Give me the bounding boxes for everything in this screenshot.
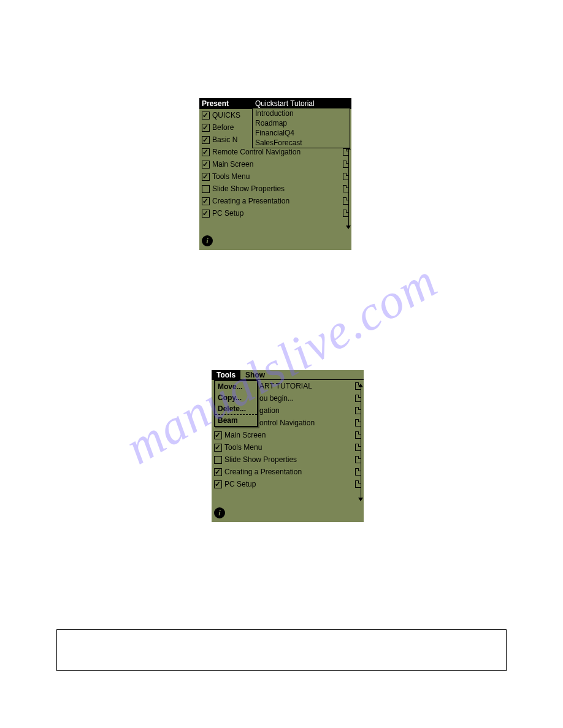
menu-beam[interactable]: Beam — [215, 415, 257, 426]
dropdown-item[interactable]: Introduction — [253, 108, 350, 118]
list-item[interactable]: Creating a Presentation — [199, 195, 351, 207]
scroll-track — [348, 150, 349, 226]
list-item-label: Tools Menu — [212, 172, 340, 181]
palm-screen-1: Present QUICKSBeforeBasic NRemote Contro… — [199, 98, 351, 250]
list-item-label: Slide Show Properties — [212, 184, 340, 193]
checkbox[interactable] — [202, 173, 210, 181]
checkbox[interactable] — [202, 136, 210, 144]
list-item[interactable]: Slide Show Properties — [212, 453, 364, 466]
tools-menu: Move... Copy... Delete... Beam — [214, 380, 258, 427]
list-item[interactable]: Main Screen — [199, 158, 351, 170]
info-icon[interactable]: i — [202, 235, 213, 246]
menu-bar: Tools Show — [212, 370, 364, 380]
menu-copy[interactable]: Copy... — [215, 392, 257, 403]
checkbox[interactable] — [214, 431, 222, 439]
list-item-label: PC Setup — [212, 209, 340, 218]
menu-tools[interactable]: Tools — [212, 370, 240, 379]
scroll-down-arrow[interactable] — [346, 226, 351, 229]
list-item-label: PC Setup — [224, 480, 353, 488]
palm-screen-2: Tools Show ART TUTORIALou begin...gation… — [212, 370, 364, 522]
info-icon[interactable]: i — [214, 507, 225, 518]
list-item-label: ART TUTORIAL — [259, 382, 353, 390]
menu-show[interactable]: Show — [240, 370, 270, 379]
list-item[interactable]: Tools Menu — [212, 441, 364, 453]
checkbox[interactable] — [214, 480, 222, 488]
dropdown-item[interactable]: SalesForecast — [253, 138, 350, 148]
list-item-label: Main Screen — [212, 160, 340, 169]
checkbox[interactable] — [202, 210, 210, 218]
list-item[interactable]: Slide Show Properties — [199, 183, 351, 195]
list-item-label: Main Screen — [224, 431, 353, 439]
scroll-down-arrow[interactable] — [358, 498, 363, 501]
list-item-label: Slide Show Properties — [224, 455, 353, 464]
list-item[interactable]: Tools Menu — [199, 170, 351, 183]
checkbox[interactable] — [202, 124, 210, 132]
list-item-label: gation — [259, 406, 353, 415]
list-item[interactable]: Creating a Presentation — [212, 466, 364, 478]
dropdown-selected[interactable]: Quickstart Tutorial — [253, 99, 350, 108]
list-item-label: ou begin... — [259, 394, 353, 403]
list-item-label: Creating a Presentation — [224, 468, 353, 476]
checkbox[interactable] — [214, 468, 222, 476]
category-dropdown[interactable]: Quickstart Tutorial IntroductionRoadmapF… — [252, 98, 350, 148]
list-item-label: ontrol Navigation — [259, 419, 353, 427]
checkbox[interactable] — [202, 112, 210, 119]
empty-box — [56, 629, 507, 671]
scroll-track — [361, 387, 361, 498]
title-text: Present — [202, 99, 229, 108]
scroll-indicator[interactable] — [347, 146, 350, 229]
list-item-label: Remote Control Navigation — [212, 148, 340, 156]
checkbox[interactable] — [202, 148, 210, 156]
checkbox[interactable] — [214, 444, 222, 452]
checkbox[interactable] — [202, 185, 210, 193]
scroll-indicator[interactable] — [359, 384, 362, 501]
checkbox[interactable] — [202, 161, 210, 169]
menu-delete[interactable]: Delete... — [215, 403, 257, 414]
menu-move[interactable]: Move... — [215, 381, 257, 392]
list-item-label: Creating a Presentation — [212, 197, 340, 205]
list-item-label: Tools Menu — [224, 443, 353, 452]
checkbox[interactable] — [214, 456, 222, 464]
dropdown-item[interactable]: FinancialQ4 — [253, 128, 350, 138]
checkbox[interactable] — [202, 197, 210, 205]
list-item[interactable]: Main Screen — [212, 429, 364, 441]
list-item[interactable]: PC Setup — [199, 207, 351, 219]
dropdown-item[interactable]: Roadmap — [253, 118, 350, 128]
list-item[interactable]: PC Setup — [212, 478, 364, 490]
